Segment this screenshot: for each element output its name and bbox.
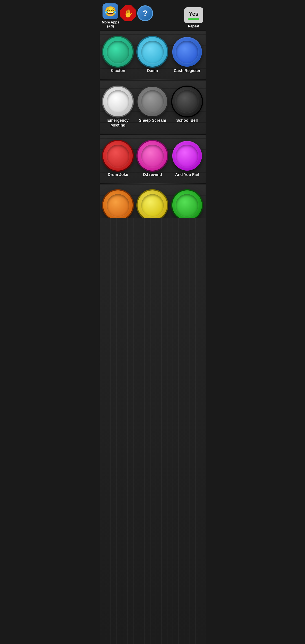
orange-btn-circle: [103, 190, 133, 218]
damn-button[interactable]: Damn: [135, 34, 170, 76]
button-grid-row3: Drum Joke DJ rewind And You Fail: [101, 137, 204, 181]
repeat-yes-text: Yes: [189, 11, 198, 17]
drum-joke-button[interactable]: Drum Joke: [101, 138, 135, 180]
yellow-button[interactable]: [135, 188, 170, 218]
sheep-scream-btn-circle: [138, 87, 167, 116]
button-grid-row2: EmergencyMeeting Sheep Scream School Bel…: [101, 83, 204, 132]
klaxton-button[interactable]: Klaxton: [101, 34, 135, 76]
stop-icon: ✋: [120, 5, 136, 21]
school-bell-btn-inner: [176, 90, 198, 113]
top-bar: 😂 More Apps(Ad) ✋ Stop ?: [100, 0, 206, 31]
sheep-scream-btn-inner: [141, 90, 164, 113]
section-row2: EmergencyMeeting Sheep Scream School Bel…: [100, 80, 206, 134]
emergency-meeting-label: EmergencyMeeting: [107, 118, 128, 128]
dj-rewind-btn-inner: [141, 145, 164, 167]
orange-button[interactable]: [101, 188, 135, 218]
button-grid-row1: Klaxton Damn Cash Register: [101, 33, 204, 77]
and-you-fail-btn-circle: [172, 141, 202, 171]
stop-button[interactable]: ✋ Stop: [120, 5, 136, 26]
help-icon: ?: [137, 5, 153, 21]
green-btn-inner: [176, 194, 198, 217]
drum-joke-btn-circle: [103, 141, 133, 171]
section-row4-partial: [100, 184, 206, 218]
damn-btn-inner: [141, 41, 164, 63]
emergency-meeting-button[interactable]: EmergencyMeeting: [101, 84, 135, 130]
yellow-btn-circle: [138, 190, 167, 218]
and-you-fail-label: And You Fail: [175, 172, 199, 177]
klaxton-btn-circle: [103, 37, 133, 67]
drum-joke-btn-inner: [107, 145, 129, 167]
cash-register-btn-inner: [176, 41, 198, 63]
repeat-label: Repeat: [188, 24, 199, 28]
yellow-btn-inner: [141, 194, 164, 217]
cash-register-label: Cash Register: [174, 68, 200, 73]
dj-rewind-label: DJ rewind: [143, 172, 162, 177]
repeat-btn-box: Yes: [184, 7, 203, 23]
green-button[interactable]: [170, 188, 204, 218]
damn-btn-circle: [138, 37, 167, 67]
button-grid-row4: [101, 186, 204, 218]
damn-label: Damn: [147, 68, 158, 73]
more-apps-button[interactable]: 😂 More Apps(Ad): [102, 3, 119, 28]
more-apps-label: More Apps(Ad): [102, 20, 119, 28]
section-row1: Klaxton Damn Cash Register: [100, 31, 206, 79]
left-icons: 😂 More Apps(Ad) ✋ Stop ?: [102, 3, 153, 28]
orange-btn-inner: [107, 194, 129, 217]
and-you-fail-btn-inner: [176, 145, 198, 167]
green-btn-circle: [172, 190, 202, 218]
section-row3: Drum Joke DJ rewind And You Fail: [100, 134, 206, 183]
school-bell-button[interactable]: School Bell: [170, 84, 204, 130]
hand-icon: ✋: [123, 9, 133, 18]
sheep-scream-button[interactable]: Sheep Scream: [135, 84, 170, 130]
klaxton-btn-inner: [107, 41, 129, 63]
school-bell-btn-circle: [172, 87, 202, 116]
cash-register-button[interactable]: Cash Register: [170, 34, 204, 76]
repeat-bar: [188, 18, 199, 20]
emergency-meeting-btn-inner: [107, 90, 129, 113]
dj-rewind-btn-circle: [138, 141, 167, 171]
sheep-scream-label: Sheep Scream: [139, 118, 166, 123]
laugh-icon: 😂: [103, 3, 118, 19]
school-bell-label: School Bell: [176, 118, 198, 123]
klaxton-label: Klaxton: [111, 68, 125, 73]
and-you-fail-button[interactable]: And You Fail: [170, 138, 204, 180]
cash-register-btn-circle: [172, 37, 202, 67]
drum-joke-label: Drum Joke: [108, 172, 128, 177]
emergency-meeting-btn-circle: [103, 87, 133, 116]
help-button[interactable]: ? Help: [137, 5, 153, 26]
dj-rewind-button[interactable]: DJ rewind: [135, 138, 170, 180]
repeat-button[interactable]: Yes Repeat: [184, 7, 203, 28]
